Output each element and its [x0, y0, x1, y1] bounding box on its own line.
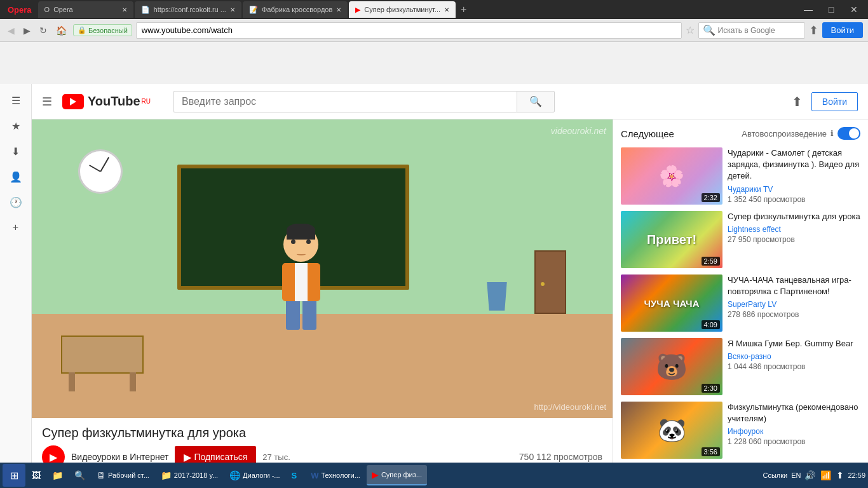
- video-card-5[interactable]: 🐼 3:56 Физкультминутка (рекомендовано уч…: [621, 402, 860, 459]
- taskbar-item-chrome[interactable]: 🌐 Диалоги -...: [224, 465, 285, 485]
- tab-conf[interactable]: 📄 https://conf.rcokoit.ru ... ✕: [135, 1, 241, 18]
- taskbar-icon-word: W: [311, 471, 318, 480]
- tab-opera[interactable]: O Opera ✕: [38, 1, 133, 18]
- classroom-desk: [61, 336, 144, 374]
- tab-youtube[interactable]: ▶ Супер физкультминут... ✕: [349, 1, 456, 18]
- video-thumb-3: ЧУЧА ЧАЧА 4:09: [621, 274, 722, 332]
- tab-close-factory[interactable]: ✕: [336, 6, 341, 13]
- url-input[interactable]: [136, 22, 682, 39]
- start-button[interactable]: ⊞: [3, 464, 25, 487]
- video-duration-5: 3:56: [702, 447, 720, 456]
- character-eye-right: [306, 240, 311, 244]
- youtube-header-right: ⬆ Войти: [792, 92, 858, 111]
- taskbar-item-folder[interactable]: 📁 2017-2018 у...: [156, 465, 223, 485]
- video-card-4[interactable]: 🐻 2:30 Я Мишка Гуми Бер. Gummy Bear Всяк…: [621, 338, 860, 395]
- forward-button[interactable]: ▶: [21, 24, 33, 37]
- taskbar-item-search[interactable]: 🔍: [69, 465, 90, 485]
- video-thumb-4: 🐻 2:30: [621, 338, 722, 395]
- taskbar: ⊞ 🖼 📁 🔍 🖥 Рабочий ст... 📁 2017-2018 у...…: [0, 463, 868, 488]
- search-input[interactable]: [718, 26, 801, 35]
- card-channel-3: SuperParty LV: [728, 300, 860, 309]
- video-card-1[interactable]: 🌸 2:32 Чударики - Самолет ( детская заря…: [621, 147, 860, 205]
- video-duration-2: 2:59: [702, 257, 720, 266]
- taskbar-item-skype[interactable]: S: [287, 465, 305, 485]
- tab-factory[interactable]: 📝 Фабрика кроссвордов ✕: [243, 1, 348, 18]
- content-area: ☰ YouTubeRU 🔍 ⬆ Войти: [32, 84, 868, 488]
- autoplay-info-icon: ℹ: [831, 129, 834, 138]
- view-count: 750 112 просмотров: [519, 452, 602, 462]
- autoplay-label: Автовоспроизведение: [742, 129, 827, 139]
- character-leg-right: [302, 301, 316, 330]
- video-card-3[interactable]: ЧУЧА ЧАЧА 4:09 ЧУЧА-ЧАЧА танцевальная иг…: [621, 274, 860, 332]
- channel-name: Видеоуроки в Интернет: [71, 452, 168, 462]
- taskbar-time: 22:59: [848, 471, 865, 479]
- sidebar-icon-menu[interactable]: ☰: [4, 89, 27, 112]
- taskbar-item-youtube[interactable]: ▶ Супер физ...: [367, 465, 427, 485]
- card-channel-4: Всяко-разно: [728, 352, 860, 361]
- video-thumb-2: Привет! 2:59: [621, 211, 722, 268]
- upload-icon[interactable]: ⬆: [792, 94, 803, 109]
- sidebar-icon-downloads[interactable]: ⬇: [4, 140, 27, 163]
- taskbar-item-word[interactable]: W Технологи...: [306, 465, 365, 485]
- close-button[interactable]: ✕: [843, 0, 865, 19]
- autoplay-toggle[interactable]: [837, 127, 860, 140]
- hamburger-menu[interactable]: ☰: [42, 95, 52, 109]
- youtube-logo[interactable]: YouTubeRU: [62, 94, 151, 109]
- tab-favicon-conf: 📄: [141, 6, 150, 14]
- sidebar-header: Следующее Автовоспроизведение ℹ: [621, 127, 860, 140]
- taskbar-icon-desktop: 🖼: [32, 470, 41, 480]
- taskbar-icon-search: 🔍: [74, 470, 85, 480]
- autoplay-row: Автовоспроизведение ℹ: [742, 127, 860, 140]
- youtube-search-input[interactable]: [173, 91, 517, 112]
- video-card-2[interactable]: Привет! 2:59 Супер физкультминутка для у…: [621, 211, 860, 268]
- upload-button[interactable]: ⬆: [809, 24, 818, 37]
- video-section: videouroki.net http://videouroki.net Суп…: [32, 119, 613, 488]
- minimize-button[interactable]: —: [797, 0, 820, 19]
- desk-leg-left: [69, 372, 75, 391]
- taskbar-item-files[interactable]: 📁: [47, 465, 68, 485]
- home-button[interactable]: 🏠: [53, 24, 69, 37]
- card-channel-1: Чударики TV: [728, 185, 860, 194]
- video-thumb-5: 🐼 3:56: [621, 402, 722, 459]
- language-button[interactable]: EN: [791, 471, 801, 479]
- secure-badge: 🔒 Безопасный: [73, 24, 132, 36]
- back-button[interactable]: ◀: [5, 24, 17, 37]
- maximize-button[interactable]: □: [820, 0, 843, 19]
- card-title-4: Я Мишка Гуми Бер. Gummy Bear: [728, 338, 860, 349]
- next-label: Следующее: [621, 128, 674, 139]
- search-box: 🔍: [698, 22, 805, 39]
- right-sidebar: Следующее Автовоспроизведение ℹ 🌸: [613, 119, 868, 488]
- card-views-1: 1 352 450 просмотров: [728, 195, 860, 204]
- tab-label-conf: https://conf.rcokoit.ru ...: [154, 6, 226, 13]
- youtube-search-button[interactable]: 🔍: [517, 91, 555, 112]
- taskbar-icon-skype: S: [292, 471, 297, 480]
- tab-close-youtube[interactable]: ✕: [444, 6, 449, 13]
- card-views-2: 27 950 просмотров: [728, 235, 860, 244]
- network-icon[interactable]: 📶: [820, 470, 831, 480]
- tab-close-opera[interactable]: ✕: [122, 6, 127, 13]
- character-mouth: [296, 252, 306, 255]
- header-signin-button[interactable]: Войти: [822, 22, 863, 38]
- door-knob: [541, 282, 545, 286]
- volume-icon[interactable]: 🔊: [804, 470, 815, 480]
- taskbar-label-folder: 2017-2018 у...: [174, 471, 218, 479]
- card-info-3: ЧУЧА-ЧАЧА танцевальная игра-повторялка с…: [728, 274, 860, 332]
- refresh-button[interactable]: ↻: [37, 24, 50, 37]
- taskbar-item-workstation[interactable]: 🖥 Рабочий ст...: [92, 465, 154, 485]
- bookmark-button[interactable]: ☆: [686, 24, 695, 36]
- taskbar-links-label: Ссылки: [763, 471, 787, 479]
- tab-favicon-opera: O: [44, 6, 50, 13]
- taskbar-item-desktop[interactable]: 🖼: [27, 465, 46, 485]
- youtube-signin-button[interactable]: Войти: [811, 92, 858, 111]
- new-tab-button[interactable]: +: [457, 4, 470, 15]
- sidebar-icon-add[interactable]: +: [4, 216, 27, 239]
- sidebar-icon-favorites[interactable]: ★: [4, 114, 27, 137]
- classroom-door: [534, 250, 566, 314]
- sidebar-icon-history[interactable]: 🕐: [4, 191, 27, 214]
- tab-label-opera: Opera: [53, 6, 73, 13]
- tab-close-conf[interactable]: ✕: [230, 6, 235, 13]
- sidebar-icon-accounts[interactable]: 👤: [4, 165, 27, 188]
- youtube-logo-icon: [62, 94, 84, 109]
- address-bar: ◀ ▶ ↻ 🏠 🔒 Безопасный ☆ 🔍 ⬆ Войти: [0, 19, 868, 42]
- video-player[interactable]: videouroki.net http://videouroki.net: [32, 119, 613, 418]
